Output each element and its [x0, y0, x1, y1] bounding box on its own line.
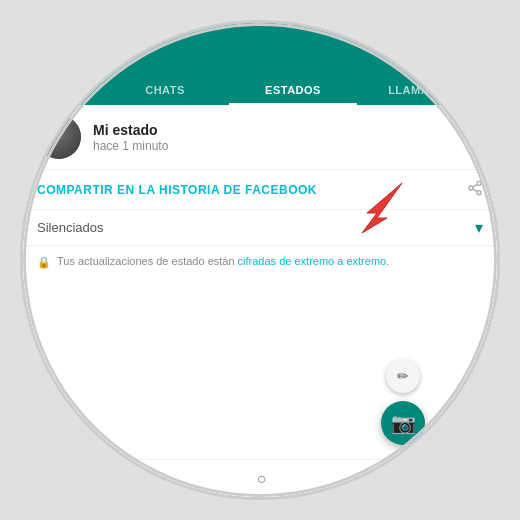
pencil-icon: ✏ [397, 368, 409, 384]
pencil-fab-button[interactable]: ✏ [386, 359, 420, 393]
wifi-icon: 📶 [460, 29, 472, 40]
signal-icon: ▲▲▲ [430, 29, 457, 39]
avatar [37, 115, 81, 159]
facebook-share-row[interactable]: COMPARTIR EN LA HISTORIA DE FACEBOOK [23, 170, 497, 210]
status-bar: 10:40 ▲▲▲ 📶 🔋 [23, 23, 497, 45]
status-name: Mi estado [93, 122, 462, 138]
app-title: WhatsApp [35, 51, 124, 72]
my-status-item[interactable]: Mi estado hace 1 minuto ··· [23, 105, 497, 170]
svg-line-4 [473, 184, 478, 187]
tab-chats[interactable]: CHATS [101, 76, 229, 105]
status-more-button[interactable]: ··· [462, 127, 483, 148]
phone-frame: 10:40 ▲▲▲ 📶 🔋 WhatsApp 🔍 ⋮ 📷 CHATS ESTAD… [20, 20, 500, 500]
battery-icon: 🔋 [475, 29, 487, 40]
encryption-note: 🔒 Tus actualizaciones de estado están ci… [23, 246, 497, 277]
tab-estados[interactable]: ESTADOS [229, 76, 357, 105]
bottom-nav: ||| ○ < [23, 459, 497, 497]
silenciados-label: Silenciados [37, 220, 104, 235]
status-time: hace 1 minuto [93, 139, 462, 153]
status-right-icons: ▲▲▲ 📶 🔋 [430, 29, 487, 40]
lock-icon: 🔒 [37, 256, 51, 269]
search-icon[interactable]: 🔍 [435, 52, 455, 71]
home-button[interactable]: ○ [257, 470, 267, 488]
avatar-image [37, 115, 81, 159]
recents-button[interactable]: ||| [97, 470, 109, 488]
status-time: 10:40 [33, 29, 59, 40]
chevron-down-icon[interactable]: ▾ [475, 218, 483, 237]
camera-icon: 📷 [391, 411, 416, 435]
camera-fab-button[interactable]: 📷 [381, 401, 425, 445]
back-button[interactable]: < [414, 470, 423, 488]
facebook-share-text: COMPARTIR EN LA HISTORIA DE FACEBOOK [37, 183, 317, 197]
tab-llamadas[interactable]: LLAMADAS [357, 76, 485, 105]
app-header: WhatsApp 🔍 ⋮ 📷 CHATS ESTADOS LLAMADAS [23, 45, 497, 105]
header-icons: 🔍 ⋮ [435, 52, 485, 71]
nav-tabs: 📷 CHATS ESTADOS LLAMADAS [35, 76, 485, 105]
more-icon[interactable]: ⋮ [469, 52, 485, 71]
encryption-link[interactable]: cifradas de extremo a extremo [238, 255, 387, 267]
silenciados-row[interactable]: Silenciados ▾ [23, 210, 497, 246]
encryption-text: Tus actualizaciones de estado están cifr… [57, 254, 389, 269]
content-area: Mi estado hace 1 minuto ··· COMPARTIR EN… [23, 105, 497, 459]
share-icon[interactable] [467, 180, 483, 199]
svg-line-3 [473, 189, 478, 192]
fab-area: ✏ 📷 [381, 359, 425, 445]
status-info: Mi estado hace 1 minuto [93, 122, 462, 153]
tab-camera[interactable]: 📷 [35, 76, 101, 105]
